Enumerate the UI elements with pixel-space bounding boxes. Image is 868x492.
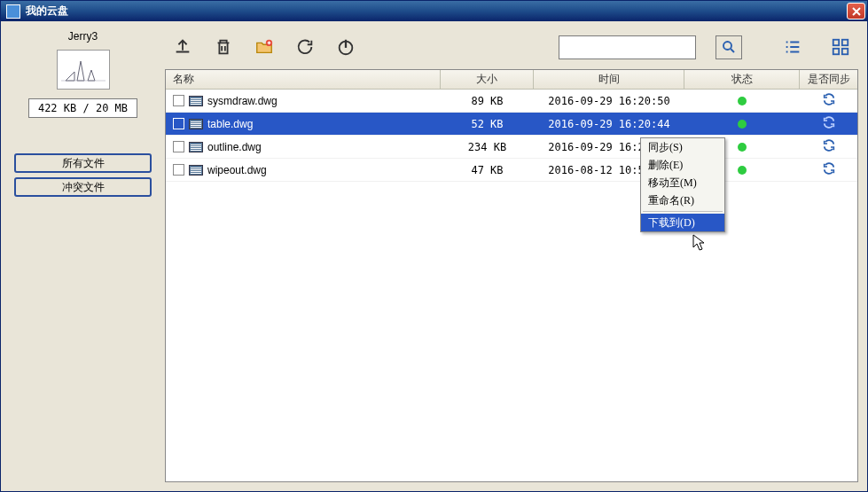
all-files-button[interactable]: 所有文件 — [14, 153, 152, 173]
ctx-separator — [643, 211, 723, 212]
search-input[interactable] — [559, 35, 696, 59]
new-folder-icon[interactable] — [254, 36, 275, 58]
file-name: wipeout.dwg — [207, 164, 267, 176]
col-time-header[interactable]: 时间 — [534, 70, 684, 89]
file-size: 234 KB — [441, 141, 534, 153]
window-title: 我的云盘 — [24, 4, 847, 19]
sync-icon[interactable] — [822, 138, 836, 155]
row-checkbox[interactable] — [173, 118, 184, 129]
content-area: Jerry3 422 KB / 20 MB 所有文件 冲突文件 — [1, 21, 867, 491]
table-row[interactable]: wipeout.dwg 47 KB 2016-08-12 10:54:09 — [166, 159, 857, 182]
row-checkbox[interactable] — [173, 95, 184, 106]
dwg-file-icon — [189, 119, 203, 129]
col-size-header[interactable]: 大小 — [441, 70, 534, 89]
file-time: 2016-09-29 16:20:50 — [534, 95, 684, 107]
grid-view-icon[interactable] — [830, 36, 851, 58]
dwg-file-icon — [189, 96, 203, 106]
toolbar-group — [172, 36, 356, 58]
ctx-sync[interactable]: 同步(S) — [641, 138, 724, 156]
all-files-label: 所有文件 — [62, 156, 105, 171]
col-status-header[interactable]: 状态 — [684, 70, 800, 89]
search-button[interactable] — [716, 35, 742, 59]
sidebar: Jerry3 422 KB / 20 MB 所有文件 冲突文件 — [10, 30, 156, 482]
status-dot-icon — [738, 120, 747, 129]
svg-point-4 — [723, 42, 731, 50]
file-size: 89 KB — [441, 95, 534, 107]
sync-icon[interactable] — [822, 161, 836, 178]
sync-icon[interactable] — [822, 92, 836, 109]
svg-rect-8 — [842, 49, 848, 54]
conflict-files-button[interactable]: 冲突文件 — [14, 177, 152, 197]
dwg-file-icon — [189, 142, 203, 152]
file-name: outline.dwg — [207, 141, 262, 153]
svg-rect-5 — [833, 40, 839, 45]
table-row[interactable]: outline.dwg 234 KB 2016-09-29 16:20:38 — [166, 136, 857, 159]
status-dot-icon — [738, 143, 747, 152]
ctx-move[interactable]: 移动至(M) — [641, 174, 724, 191]
ctx-delete[interactable]: 删除(E) — [641, 156, 724, 174]
file-size: 47 KB — [441, 164, 534, 176]
status-dot-icon — [738, 166, 747, 175]
col-sync-header[interactable]: 是否同步 — [800, 70, 857, 89]
conflict-files-label: 冲突文件 — [62, 180, 105, 195]
file-name: table.dwg — [207, 118, 253, 130]
username-label: Jerry3 — [68, 30, 98, 43]
storage-indicator: 422 KB / 20 MB — [28, 98, 137, 118]
preview-thumbnail — [57, 50, 110, 90]
col-name-header[interactable]: 名称 — [166, 70, 441, 89]
table-header: 名称 大小 时间 状态 是否同步 — [166, 70, 857, 90]
delete-icon[interactable] — [213, 36, 234, 58]
list-view-icon[interactable] — [782, 36, 803, 58]
row-checkbox[interactable] — [173, 141, 184, 152]
table-row[interactable]: table.dwg 52 KB 2016-09-29 16:20:44 — [166, 113, 857, 136]
close-button[interactable] — [847, 3, 865, 20]
ctx-download[interactable]: 下载到(D) — [641, 214, 724, 231]
dwg-file-icon — [189, 165, 203, 176]
power-icon[interactable] — [335, 36, 356, 58]
context-menu: 同步(S) 删除(E) 移动至(M) 重命名(R) 下载到(D) — [640, 137, 725, 232]
window: 我的云盘 Jerry3 422 KB / 20 MB 所有文件 冲突文件 — [0, 0, 868, 492]
status-dot-icon — [738, 97, 747, 105]
app-icon — [6, 4, 20, 19]
sync-icon[interactable] — [822, 115, 836, 132]
file-size: 52 KB — [441, 118, 534, 130]
ctx-rename[interactable]: 重命名(R) — [641, 191, 724, 209]
svg-rect-7 — [833, 49, 839, 54]
main-panel: 名称 大小 时间 状态 是否同步 sysmdraw.dwg 89 KB 2016… — [165, 30, 858, 482]
file-list: 名称 大小 时间 状态 是否同步 sysmdraw.dwg 89 KB 2016… — [165, 69, 858, 482]
titlebar: 我的云盘 — [1, 1, 867, 21]
file-name: sysmdraw.dwg — [207, 95, 278, 107]
file-time: 2016-09-29 16:20:44 — [534, 118, 684, 130]
table-row[interactable]: sysmdraw.dwg 89 KB 2016-09-29 16:20:50 — [166, 90, 857, 113]
refresh-icon[interactable] — [294, 36, 316, 58]
upload-icon[interactable] — [172, 36, 193, 58]
row-checkbox[interactable] — [173, 164, 184, 176]
toolbar — [165, 30, 858, 64]
svg-rect-6 — [842, 40, 848, 45]
